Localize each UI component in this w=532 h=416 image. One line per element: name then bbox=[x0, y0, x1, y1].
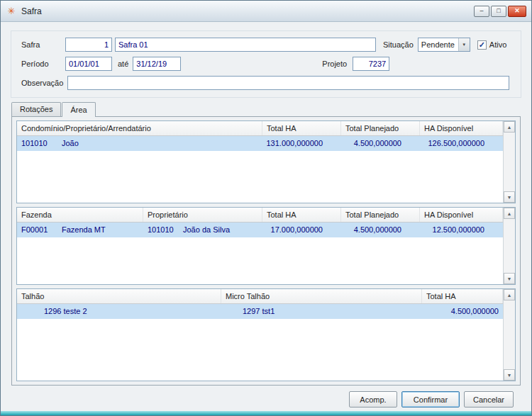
column-header-ha-disponivel: HA Disponível bbox=[420, 121, 503, 135]
window-title: Safra bbox=[21, 6, 42, 16]
form-row-safra: Safra Situação Pendente ▼ ✓ Ativo bbox=[21, 37, 511, 52]
cancelar-button[interactable]: Cancelar bbox=[464, 391, 514, 407]
ativo-label: Ativo bbox=[489, 40, 506, 49]
talhao-row[interactable]: 1296 teste 2 1297 tst1 4.500,000000 bbox=[17, 304, 503, 319]
ate-label: até bbox=[118, 60, 128, 68]
window-controls: – □ ✕ bbox=[474, 6, 526, 17]
scroll-down-icon[interactable]: ▼ bbox=[504, 273, 515, 284]
form-row-periodo: Período até Projeto bbox=[21, 56, 511, 72]
tab-rotacoes[interactable]: Rotações bbox=[11, 102, 61, 116]
column-header-total-ha: Total HA bbox=[422, 289, 503, 303]
fazenda-grid-scrollbar[interactable]: ▲ ▼ bbox=[503, 208, 515, 284]
condominio-grid-empty-area bbox=[17, 151, 503, 203]
cell-talhao: 1296 teste 2 bbox=[17, 304, 221, 319]
column-header-condominio: Condomínio/Proprietário/Arrendatário bbox=[17, 121, 262, 135]
periodo-fim-input[interactable] bbox=[133, 57, 181, 71]
confirmar-button[interactable]: Confirmar bbox=[401, 391, 460, 407]
app-icon: ✳ bbox=[6, 6, 17, 17]
fazenda-grid-empty-area bbox=[17, 237, 503, 284]
titlebar: ✳ Safra – □ ✕ bbox=[1, 1, 531, 22]
projeto-label: Projeto bbox=[322, 60, 347, 68]
fazenda-grid-header: Fazenda Proprietário Total HA Total Plan… bbox=[17, 208, 503, 223]
cell-total-ha: 131.000,000000 bbox=[262, 136, 341, 151]
column-header-total-planejado: Total Planejado bbox=[341, 121, 420, 135]
cell-ha-disponivel: 12.500,000000 bbox=[420, 223, 503, 237]
talhao-grid-scrollbar[interactable]: ▲ ▼ bbox=[503, 289, 515, 381]
window-bottom-edge bbox=[1, 411, 531, 415]
cell-total-planejado: 4.500,000000 bbox=[341, 223, 420, 237]
talhao-grid-body: Talhão Micro Talhão Total HA 1296 teste … bbox=[17, 289, 503, 381]
condominio-grid-body: Condomínio/Proprietário/Arrendatário Tot… bbox=[17, 121, 503, 203]
column-header-total-planejado: Total Planejado bbox=[341, 208, 420, 222]
cell-proprietario-nome: João da Silva bbox=[183, 225, 230, 234]
observacao-label: Observação bbox=[21, 79, 67, 87]
action-buttons: Acomp. Confirmar Cancelar bbox=[1, 391, 514, 407]
column-header-talhao: Talhão bbox=[17, 289, 221, 303]
form-row-observacao: Observação bbox=[21, 75, 511, 91]
tab-area[interactable]: Área bbox=[62, 102, 95, 117]
cell-total-ha: 4.500,000000 bbox=[422, 304, 503, 319]
cell-fazenda-nome: Fazenda MT bbox=[62, 225, 106, 234]
column-header-ha-disponivel: HA Disponível bbox=[420, 208, 503, 222]
maximize-button[interactable]: □ bbox=[491, 6, 506, 17]
column-header-total-ha: Total HA bbox=[262, 208, 341, 222]
cell-condominio-nome: João bbox=[62, 139, 79, 147]
scroll-up-icon[interactable]: ▲ bbox=[504, 289, 515, 300]
acomp-button[interactable]: Acomp. bbox=[349, 391, 397, 407]
safra-label: Safra bbox=[21, 40, 65, 49]
chevron-down-icon[interactable]: ▼ bbox=[458, 38, 470, 51]
situacao-selected-value: Pendente bbox=[419, 38, 458, 51]
talhao-grid: Talhão Micro Talhão Total HA 1296 teste … bbox=[16, 288, 516, 381]
cell-micro-talhao: 1297 tst1 bbox=[221, 304, 422, 319]
area-tab-panel: Condomínio/Proprietário/Arrendatário Tot… bbox=[11, 116, 521, 386]
cell-total-ha: 17.000,000000 bbox=[262, 223, 341, 237]
condominio-grid-header: Condomínio/Proprietário/Arrendatário Tot… bbox=[17, 121, 503, 136]
column-header-fazenda: Fazenda bbox=[17, 208, 143, 222]
periodo-label: Período bbox=[21, 60, 65, 68]
cell-fazenda-codigo: F00001 bbox=[21, 225, 62, 234]
column-header-total-ha: Total HA bbox=[262, 121, 341, 135]
scroll-up-icon[interactable]: ▲ bbox=[504, 208, 515, 219]
situacao-label: Situação bbox=[383, 40, 414, 49]
safra-window: ✳ Safra – □ ✕ Safra Situação Pendente ▼ … bbox=[0, 0, 532, 416]
talhao-grid-header: Talhão Micro Talhão Total HA bbox=[17, 289, 503, 304]
scroll-up-icon[interactable]: ▲ bbox=[504, 121, 515, 133]
fazenda-row[interactable]: F00001Fazenda MT 101010João da Silva 17.… bbox=[17, 223, 503, 237]
cell-condominio-codigo: 101010 bbox=[21, 139, 62, 147]
condominio-grid-scrollbar[interactable]: ▲ ▼ bbox=[503, 121, 515, 203]
cell-fazenda: F00001Fazenda MT bbox=[17, 223, 143, 237]
situacao-combobox[interactable]: Pendente ▼ bbox=[418, 38, 470, 52]
periodo-inicio-input[interactable] bbox=[65, 57, 112, 71]
cell-condominio: 101010João bbox=[17, 136, 262, 151]
fazenda-grid: Fazenda Proprietário Total HA Total Plan… bbox=[16, 207, 516, 285]
observacao-input[interactable] bbox=[67, 76, 509, 90]
cell-proprietario-codigo: 101010 bbox=[148, 225, 183, 234]
column-header-proprietario: Proprietário bbox=[143, 208, 262, 222]
minimize-button[interactable]: – bbox=[474, 6, 489, 17]
cell-ha-disponivel: 126.500,000000 bbox=[420, 136, 503, 151]
scroll-down-icon[interactable]: ▼ bbox=[504, 191, 515, 203]
column-header-micro-talhao: Micro Talhão bbox=[221, 289, 422, 303]
cell-proprietario: 101010João da Silva bbox=[143, 223, 262, 237]
form-panel: Safra Situação Pendente ▼ ✓ Ativo Períod… bbox=[11, 30, 521, 98]
safra-name-input[interactable] bbox=[115, 38, 376, 52]
tab-strip: Rotações Área bbox=[11, 102, 531, 116]
scroll-down-icon[interactable]: ▼ bbox=[504, 369, 515, 381]
fazenda-grid-body: Fazenda Proprietário Total HA Total Plan… bbox=[17, 208, 503, 284]
condominio-row[interactable]: 101010João 131.000,000000 4.500,000000 1… bbox=[17, 136, 503, 151]
projeto-input[interactable] bbox=[353, 57, 389, 71]
talhao-grid-empty-area bbox=[17, 319, 503, 381]
close-button[interactable]: ✕ bbox=[508, 6, 526, 17]
cell-total-planejado: 4.500,000000 bbox=[341, 136, 420, 151]
ativo-checkbox[interactable]: ✓ bbox=[477, 40, 487, 50]
condominio-grid: Condomínio/Proprietário/Arrendatário Tot… bbox=[16, 120, 516, 203]
safra-code-input[interactable] bbox=[65, 38, 112, 52]
